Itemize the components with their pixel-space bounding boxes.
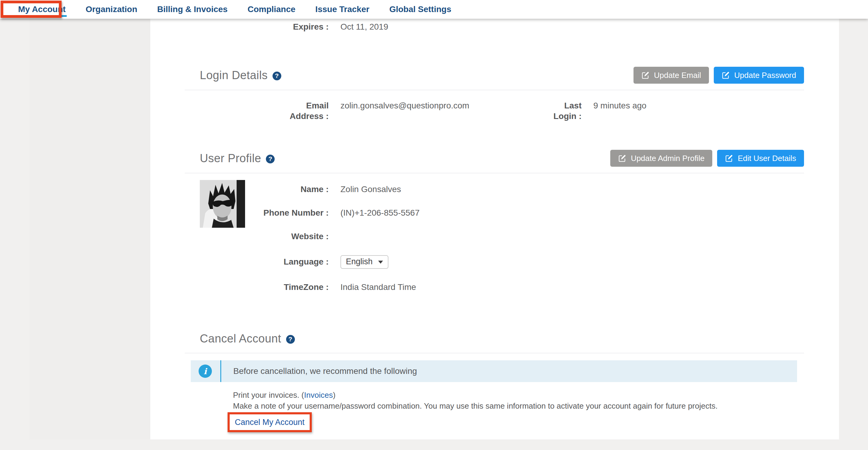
section-divider [185,353,804,353]
license-expires-row: Expires : Oct 11, 2019 [185,22,804,32]
cancel-account-header: Cancel Account ? [185,330,804,347]
update-admin-profile-button[interactable]: Update Admin Profile [610,150,712,167]
website-label: Website : [245,232,329,241]
user-profile-body: Name : Zolin Gonsalves Phone Number : (I… [185,180,804,306]
pencil-square-icon [618,154,626,162]
last-login-label: Last Login : [533,100,582,121]
tab-global-settings[interactable]: Global Settings [389,4,451,14]
left-sidebar [29,19,150,440]
user-profile-header: User Profile ? Update Admin Profile [185,150,804,167]
timezone-value: India Standard Time [340,282,804,292]
avatar [200,180,245,228]
name-label: Name : [245,184,329,194]
content-card: Expires : Oct 11, 2019 Login Details ? U… [29,19,839,440]
account-settings-screen: My Account Organization Billing & Invoic… [0,0,868,450]
section-divider [185,173,804,173]
tab-issue-tracker[interactable]: Issue Tracker [315,4,369,14]
language-dropdown-value: English [346,257,373,266]
cancel-my-account-link[interactable]: Cancel My Account [235,418,305,427]
language-dropdown[interactable]: English [340,255,389,269]
expires-label: Expires : [185,22,329,32]
question-circle-icon[interactable]: ? [266,155,275,163]
expires-value: Oct 11, 2019 [340,22,804,32]
print-invoices-line: Print your invoices. (Invoices) [233,390,804,400]
username-password-note: Make a note of your username/password co… [233,401,804,411]
user-profile-title: User Profile [200,152,261,165]
tab-organization[interactable]: Organization [86,4,137,14]
avatar-image [200,180,245,228]
edit-user-details-button[interactable]: Edit User Details [717,150,804,167]
cancel-account-title: Cancel Account [200,332,281,345]
banner-text: Before cancellation, we recommend the fo… [233,366,417,376]
active-tab-underline [17,15,67,17]
website-row: Website : [245,231,804,242]
main-content: Expires : Oct 11, 2019 Login Details ? U… [150,19,839,440]
info-circle-icon: i [198,364,212,378]
cancellation-instructions: Print your invoices. (Invoices) Make a n… [233,390,804,432]
update-password-button[interactable]: Update Password [714,67,804,84]
cancellation-info-banner: i Before cancellation, we recommend the … [191,360,797,382]
update-email-button[interactable]: Update Email [633,67,709,84]
login-details-title: Login Details [200,69,268,82]
caret-down-icon [378,261,383,264]
language-label: Language : [245,257,329,267]
phone-value: (IN)+1-206-855-5567 [340,208,804,218]
pencil-square-icon [722,71,730,80]
tab-my-account[interactable]: My Account [18,4,66,14]
tab-billing-invoices[interactable]: Billing & Invoices [157,4,227,14]
name-value: Zolin Gonsalves [340,184,804,194]
tab-my-account-label: My Account [18,4,66,14]
timezone-row: TimeZone : India Standard Time [245,282,804,292]
phone-row: Phone Number : (IN)+1-206-855-5567 [245,208,804,218]
last-login-value: 9 minutes ago [593,100,804,121]
timezone-label: TimeZone : [245,282,329,292]
pencil-square-icon [641,71,650,80]
top-navigation: My Account Organization Billing & Invoic… [0,0,868,19]
email-address-label: Email Address : [185,100,329,121]
email-address-value: zolin.gonsalves@questionpro.com [340,100,522,121]
login-details-fields: Email Address : zolin.gonsalves@question… [185,100,804,121]
language-row: Language : English [245,255,804,269]
tab-compliance[interactable]: Compliance [247,4,296,14]
name-row: Name : Zolin Gonsalves [245,184,804,194]
section-divider [185,90,804,90]
banner-divider [220,360,221,382]
pencil-square-icon [725,154,733,162]
invoices-link[interactable]: Invoices [304,390,333,399]
red-annotation-box-cancel: Cancel My Account [227,412,312,432]
user-profile-fields: Name : Zolin Gonsalves Phone Number : (I… [245,180,804,306]
question-circle-icon[interactable]: ? [286,335,295,344]
login-details-header: Login Details ? Update Email [185,66,804,84]
phone-label: Phone Number : [245,208,329,218]
question-circle-icon[interactable]: ? [273,71,281,80]
